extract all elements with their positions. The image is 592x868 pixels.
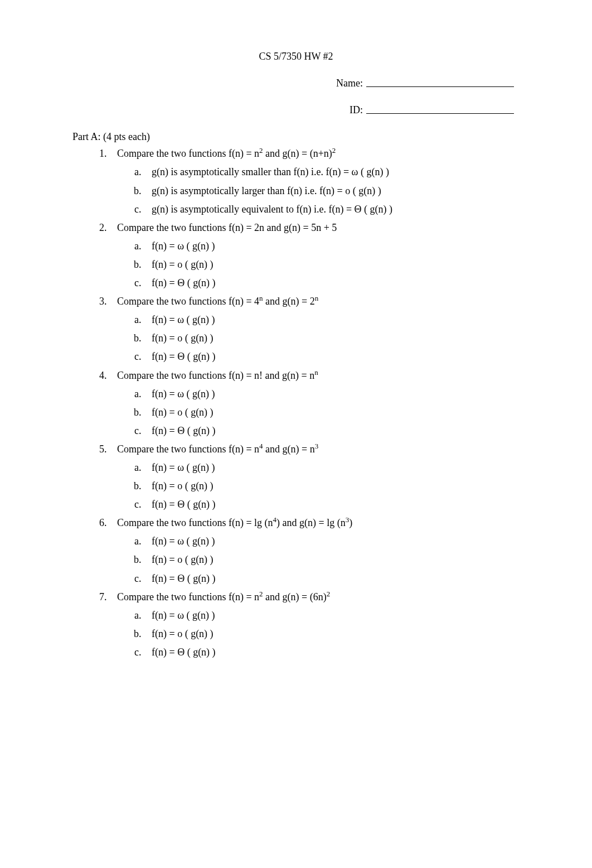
choice-item[interactable]: f(n) = ω ( g(n) ) (144, 534, 520, 548)
question-prompt: Compare the two functions f(n) = n2 and … (117, 146, 520, 161)
choice-list: f(n) = ω ( g(n) ) f(n) = o ( g(n) ) f(n)… (144, 312, 520, 364)
question-prompt: Compare the two functions f(n) = 4n and … (117, 294, 520, 308)
question-item: Compare the two functions f(n) = 2n and … (109, 220, 520, 290)
choice-item[interactable]: f(n) = ω ( g(n) ) (144, 239, 520, 253)
id-input-line[interactable] (366, 103, 514, 114)
choice-item[interactable]: f(n) = Θ ( g(n) ) (144, 423, 520, 438)
choice-item[interactable]: f(n) = o ( g(n) ) (144, 257, 520, 272)
choice-item[interactable]: f(n) = ω ( g(n) ) (144, 312, 520, 327)
choice-list: g(n) is asymptotically smaller than f(n)… (144, 165, 520, 216)
choice-item[interactable]: f(n) = ω ( g(n) ) (144, 608, 520, 623)
choice-item[interactable]: f(n) = Θ ( g(n) ) (144, 349, 520, 364)
question-item: Compare the two functions f(n) = n2 and … (109, 146, 520, 216)
part-a-heading: Part A: (4 pts each) (72, 129, 520, 144)
id-label: ID: (350, 103, 363, 117)
question-item: Compare the two functions f(n) = 4n and … (109, 294, 520, 364)
name-field-row: Name: (72, 76, 520, 90)
choice-item[interactable]: f(n) = o ( g(n) ) (144, 479, 520, 493)
choice-item[interactable]: g(n) is asymptotically larger than f(n) … (144, 184, 520, 198)
question-list: Compare the two functions f(n) = n2 and … (109, 146, 520, 659)
choice-item[interactable]: f(n) = Θ ( g(n) ) (144, 645, 520, 659)
choice-list: f(n) = ω ( g(n) ) f(n) = o ( g(n) ) f(n)… (144, 460, 520, 512)
choice-item[interactable]: f(n) = o ( g(n) ) (144, 626, 520, 641)
name-label: Name: (336, 76, 363, 90)
question-item: Compare the two functions f(n) = lg (n4)… (109, 515, 520, 585)
choice-item[interactable]: f(n) = ω ( g(n) ) (144, 387, 520, 401)
question-item: Compare the two functions f(n) = n4 and … (109, 442, 520, 512)
question-item: Compare the two functions f(n) = n! and … (109, 368, 520, 438)
choice-item[interactable]: f(n) = o ( g(n) ) (144, 405, 520, 419)
choice-item[interactable]: f(n) = o ( g(n) ) (144, 331, 520, 345)
choice-list: f(n) = ω ( g(n) ) f(n) = o ( g(n) ) f(n)… (144, 387, 520, 438)
choice-item[interactable]: f(n) = Θ ( g(n) ) (144, 497, 520, 512)
question-prompt: Compare the two functions f(n) = 2n and … (117, 220, 520, 235)
choice-item[interactable]: f(n) = ω ( g(n) ) (144, 460, 520, 475)
question-prompt: Compare the two functions f(n) = n4 and … (117, 442, 520, 456)
question-prompt: Compare the two functions f(n) = n2 and … (117, 590, 520, 604)
name-input-line[interactable] (366, 76, 514, 87)
choice-item[interactable]: f(n) = Θ ( g(n) ) (144, 276, 520, 290)
choice-item[interactable]: g(n) is asymptotically smaller than f(n)… (144, 165, 520, 179)
choice-list: f(n) = ω ( g(n) ) f(n) = o ( g(n) ) f(n)… (144, 534, 520, 585)
id-field-row: ID: (72, 103, 520, 117)
question-prompt: Compare the two functions f(n) = lg (n4)… (117, 515, 520, 530)
choice-item[interactable]: g(n) is asymptotically equivalent to f(n… (144, 202, 520, 216)
page-title: CS 5/7350 HW #2 (72, 49, 520, 64)
choice-item[interactable]: f(n) = o ( g(n) ) (144, 552, 520, 567)
choice-list: f(n) = ω ( g(n) ) f(n) = o ( g(n) ) f(n)… (144, 239, 520, 290)
question-item: Compare the two functions f(n) = n2 and … (109, 590, 520, 659)
choice-list: f(n) = ω ( g(n) ) f(n) = o ( g(n) ) f(n)… (144, 608, 520, 659)
question-prompt: Compare the two functions f(n) = n! and … (117, 368, 520, 383)
choice-item[interactable]: f(n) = Θ ( g(n) ) (144, 571, 520, 586)
